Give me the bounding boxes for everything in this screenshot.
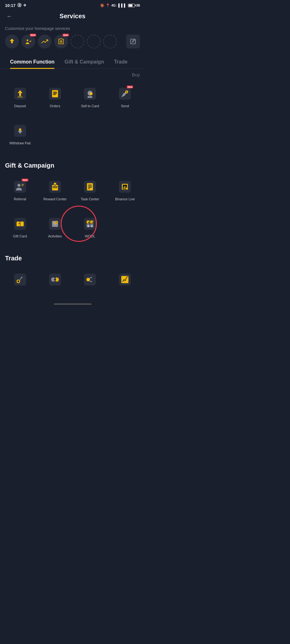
referral-new-badge: New xyxy=(22,179,28,181)
referral-label: Referral xyxy=(14,197,26,201)
send-label: Send xyxy=(121,104,129,108)
grid-item-empty xyxy=(108,211,142,243)
svg-text:L: L xyxy=(92,225,93,227)
svg-rect-31 xyxy=(87,183,93,190)
activities-label: Activities xyxy=(48,234,62,238)
grid-item-convert[interactable] xyxy=(37,267,72,295)
battery-indicator xyxy=(128,4,135,7)
quick-icon-deposit[interactable] xyxy=(5,35,19,48)
quick-icon-empty-1[interactable] xyxy=(70,35,84,48)
svg-rect-41 xyxy=(123,189,127,189)
grid-item-gift-card[interactable]: Gift Card xyxy=(3,211,37,243)
svg-rect-21 xyxy=(14,181,26,193)
grid-item-withdraw-fiat[interactable]: Withdraw Fiat xyxy=(3,118,37,150)
signal-4g-icon: 4G↑ xyxy=(111,4,117,7)
trade-grid xyxy=(0,264,145,300)
new-badge-2: New xyxy=(63,34,69,36)
edit-services-button[interactable] xyxy=(126,35,140,48)
new-badge: New xyxy=(30,34,36,36)
grid-item-deposit[interactable]: Deposit xyxy=(3,81,37,113)
gift-campaign-grid-2: Gift Card Activities W xyxy=(0,211,145,248)
svg-point-22 xyxy=(17,184,20,187)
orders-label: Orders xyxy=(50,104,60,108)
svg-text:O: O xyxy=(92,221,93,224)
svg-point-59 xyxy=(17,280,19,282)
send-new-badge: New xyxy=(127,86,133,88)
task-center-label: Task Center xyxy=(81,197,99,201)
sell-to-card-label: Sell to Card xyxy=(81,104,99,108)
svg-rect-16 xyxy=(88,96,92,98)
customize-section: Customize your homepage services New New xyxy=(0,23,145,50)
svg-point-65 xyxy=(52,279,54,280)
svg-rect-48 xyxy=(84,218,96,230)
customize-label: Customize your homepage services xyxy=(5,26,140,31)
grid-item-reward-center[interactable]: Reward Center xyxy=(37,174,72,206)
back-button[interactable]: ← xyxy=(6,13,13,20)
withdraw-fiat-label: Withdraw Fiat xyxy=(9,141,31,145)
svg-rect-28 xyxy=(53,187,57,188)
svg-point-1 xyxy=(60,41,62,42)
tab-common-function[interactable]: Common Function xyxy=(5,56,59,69)
grid-item-sell-to-card[interactable]: Sell to Card xyxy=(73,81,108,113)
grid-item-activities[interactable]: Activities xyxy=(37,211,72,243)
grid-item-spot[interactable] xyxy=(3,267,37,295)
grid-item-binance-live[interactable]: Binance Live xyxy=(108,174,142,206)
buy-label: Buy xyxy=(0,69,145,79)
withdraw-row: Withdraw Fiat xyxy=(0,118,145,155)
direction-icon: ✈ xyxy=(23,3,26,8)
quick-icon-chart[interactable] xyxy=(38,35,52,48)
time-display: 10:17 xyxy=(5,3,15,8)
grid-item-futures[interactable] xyxy=(108,267,142,295)
tab-gift-campaign[interactable]: Gift & Campaign xyxy=(59,56,109,69)
tabs-row: Common Function Gift & Campaign Trade xyxy=(0,56,145,69)
quick-icon-referral[interactable]: New xyxy=(21,35,35,48)
page-title: Services xyxy=(59,13,85,20)
svg-point-29 xyxy=(54,184,56,186)
svg-text:W: W xyxy=(88,221,90,224)
svg-rect-39 xyxy=(123,188,124,189)
b-icon: Ⓑ xyxy=(17,3,21,8)
grid-item-task-center[interactable]: Task Center xyxy=(73,174,108,206)
quick-icons-row: New New xyxy=(5,35,140,48)
svg-point-0 xyxy=(27,40,29,41)
grid-item-p2p[interactable] xyxy=(73,267,108,295)
bottom-bar xyxy=(0,300,145,308)
quick-icon-empty-3[interactable] xyxy=(103,35,117,48)
svg-text:D: D xyxy=(88,225,89,227)
location-icon: 📍 xyxy=(106,3,110,8)
svg-point-20 xyxy=(19,129,21,131)
mute-icon: 🔕 xyxy=(100,3,104,8)
header: ← Services xyxy=(0,9,145,23)
gift-campaign-grid: New Referral Reward Center xyxy=(0,172,145,211)
grid-item-orders[interactable]: Orders xyxy=(37,81,72,113)
reward-center-label: Reward Center xyxy=(43,197,67,201)
svg-point-66 xyxy=(56,279,58,280)
trade-title: Trade xyxy=(0,248,145,264)
grid-item-referral[interactable]: New Referral xyxy=(3,174,37,206)
home-indicator xyxy=(54,303,92,305)
svg-rect-27 xyxy=(53,186,57,187)
tab-trade[interactable]: Trade xyxy=(109,56,133,69)
deposit-label: Deposit xyxy=(14,104,26,108)
svg-point-15 xyxy=(90,92,93,95)
binance-live-label: Binance Live xyxy=(115,197,135,201)
wodl-label: WODL xyxy=(85,234,95,238)
battery-percent: 38 xyxy=(136,3,140,7)
tabs-section: Common Function Gift & Campaign Trade xyxy=(0,56,145,69)
common-function-grid: Deposit Orders Sel xyxy=(0,79,145,118)
svg-point-64 xyxy=(54,278,56,281)
gift-card-label: Gift Card xyxy=(13,234,27,238)
svg-rect-4 xyxy=(18,97,22,97)
quick-icon-camera[interactable]: New xyxy=(54,35,68,48)
quick-icon-empty-2[interactable] xyxy=(87,35,101,48)
status-bar: 10:17 Ⓑ ✈ 🔕 📍 4G↑ ▌▌▌ 38 xyxy=(0,0,145,9)
grid-item-send[interactable]: New Send xyxy=(108,81,142,113)
gift-campaign-title: Gift & Campaign xyxy=(0,156,145,172)
grid-item-wodl[interactable]: W O D L WODL xyxy=(73,211,108,243)
signal-bars-icon: ▌▌▌ xyxy=(118,3,126,7)
svg-rect-40 xyxy=(125,188,126,189)
